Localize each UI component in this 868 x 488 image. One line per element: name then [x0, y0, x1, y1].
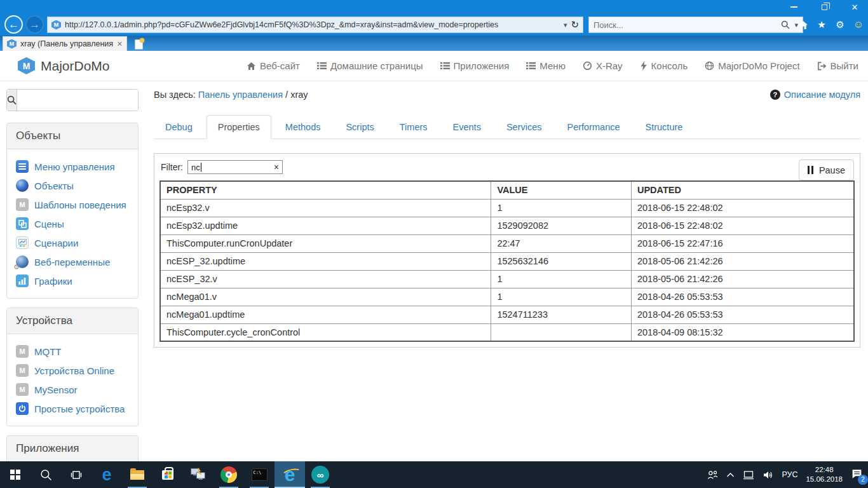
cell-updated: 2018-06-15 22:47:16: [631, 234, 854, 252]
text-cursor: [201, 163, 201, 172]
language-indicator[interactable]: РУС: [782, 470, 797, 479]
people-icon[interactable]: [707, 470, 718, 480]
sidebar-item-label: MySensor: [34, 384, 78, 395]
sidebar-item-mqtt[interactable]: M MQTT: [16, 342, 133, 361]
tab-structure[interactable]: Structure: [634, 115, 695, 139]
clock[interactable]: 22:48 15.06.2018: [806, 465, 843, 484]
cell-property: ncESP_32.v: [160, 270, 491, 288]
sidebar-item-label: Простые устройства: [34, 403, 125, 414]
sidebar-search-input[interactable]: [17, 90, 139, 111]
properties-table: PROPERTY VALUE UPDATED ncEsp32.v12018-06…: [159, 180, 855, 342]
question-icon: ?: [770, 90, 780, 100]
pause-button[interactable]: Pause: [799, 159, 854, 180]
column-header-property: PROPERTY: [160, 181, 491, 199]
sidebar-item-label: Графики: [34, 276, 72, 287]
sidebar-panel-devices: Устройства M MQTT M Устройства Online M …: [6, 308, 139, 426]
panel-title: Приложения: [7, 436, 138, 461]
brand[interactable]: M MajorDoMo: [18, 57, 110, 74]
nav-console[interactable]: Консоль: [640, 60, 688, 71]
tab-services[interactable]: Services: [495, 115, 553, 139]
start-button[interactable]: [0, 461, 31, 488]
sidebar-item-behavior-templates[interactable]: M Шаблоны поведения: [16, 195, 133, 214]
new-tab-button[interactable]: [130, 37, 147, 51]
url-text[interactable]: http://127.0.0.1/admin.php?pd=cGFuZWw6e2…: [65, 20, 560, 29]
nav-xray[interactable]: X-Ray: [583, 60, 623, 71]
sidebar-item-scenes[interactable]: Сцены: [16, 214, 133, 233]
close-button[interactable]: ✕: [848, 1, 862, 13]
filter-input[interactable]: nc ×: [187, 160, 283, 174]
nav-menu[interactable]: Меню: [526, 60, 566, 71]
favorites-star-icon[interactable]: ★: [816, 19, 827, 30]
minimize-button[interactable]: [787, 1, 801, 13]
sidebar-item-objects[interactable]: Объекты: [16, 176, 133, 195]
taskbar-search-button[interactable]: [31, 461, 61, 488]
taskbar-remote-app-button[interactable]: [183, 461, 214, 488]
sidebar-item-mysensor[interactable]: M MySensor: [16, 380, 133, 399]
tab-events[interactable]: Events: [442, 115, 492, 139]
tab-performance[interactable]: Performance: [556, 115, 632, 139]
taskbar-cmd-button[interactable]: C:\: [244, 461, 275, 488]
cell-value: 1524711233: [491, 306, 632, 323]
address-dropdown-icon[interactable]: ▾: [564, 21, 567, 29]
sidebar-item-control-menu[interactable]: Меню управления: [16, 157, 133, 176]
tab-timers[interactable]: Timers: [388, 115, 439, 139]
network-icon[interactable]: [743, 470, 754, 480]
taskbar-file-explorer-button[interactable]: [122, 461, 153, 488]
taskbar-chrome-button[interactable]: [214, 461, 244, 488]
tab-methods[interactable]: Methods: [274, 115, 332, 139]
sidebar-item-simple-devices[interactable]: Простые устройства: [16, 399, 133, 418]
browser-search-input[interactable]: [593, 20, 776, 30]
nav-majordomo-project[interactable]: MajorDoMo Project: [705, 60, 799, 71]
search-icon: [7, 95, 17, 105]
settings-gear-icon[interactable]: ⚙: [834, 19, 846, 30]
search-icon[interactable]: [781, 20, 790, 29]
volume-icon[interactable]: [763, 470, 773, 480]
clear-filter-icon[interactable]: ×: [274, 163, 279, 172]
browser-search-box[interactable]: ▾: [588, 17, 803, 33]
tab-debug[interactable]: Debug: [154, 115, 204, 139]
sidebar-search-button[interactable]: [7, 90, 17, 111]
sign-out-icon: [817, 62, 827, 71]
browser-action-icons: ★ ⚙ ☺: [797, 17, 864, 33]
tab-properties[interactable]: Properties: [207, 115, 271, 139]
address-bar[interactable]: M http://127.0.0.1/admin.php?pd=cGFuZWw6…: [47, 17, 583, 33]
sidebar-item-charts[interactable]: Графики: [16, 271, 133, 290]
home-icon[interactable]: [797, 19, 809, 30]
taskbar-internet-explorer-button[interactable]: e: [275, 461, 305, 488]
taskbar-edge-button[interactable]: e: [92, 461, 122, 488]
sidebar-item-web-variables[interactable]: ⚙ Веб-переменные: [16, 252, 133, 271]
tab-close-icon[interactable]: ✕: [117, 40, 123, 48]
nav-apps[interactable]: Приложения: [440, 60, 510, 71]
forward-button[interactable]: →: [25, 15, 44, 34]
nav-website[interactable]: Веб-сайт: [247, 60, 300, 71]
cell-property: ncMega01.v: [160, 288, 491, 306]
nav-label: Веб-сайт: [260, 60, 300, 71]
chrome-icon: [220, 466, 237, 483]
module-description-link[interactable]: ? Описание модуля: [770, 90, 860, 100]
restore-button[interactable]: [817, 1, 831, 13]
feedback-smiley-icon[interactable]: ☺: [853, 19, 864, 30]
sidebar-item-devices-online[interactable]: M Устройства Online: [16, 361, 133, 380]
breadcrumb-prefix: Вы здесь:: [154, 90, 196, 100]
tray-expand-chevron-icon[interactable]: [726, 472, 735, 478]
nav-label: Меню: [539, 60, 566, 71]
tab-favicon: M: [7, 39, 17, 49]
internet-explorer-icon: e: [285, 465, 295, 484]
taskbar-arduino-button[interactable]: ∞: [305, 461, 336, 488]
nav-logout[interactable]: Выйти: [817, 60, 858, 71]
tab-scripts[interactable]: Scripts: [334, 115, 385, 139]
task-view-button[interactable]: [61, 461, 92, 488]
breadcrumb-link-control-panel[interactable]: Панель управления: [198, 90, 283, 100]
bolt-icon: [640, 61, 648, 71]
browser-tab[interactable]: M xray (Панель управления) ✕: [3, 36, 127, 51]
back-button[interactable]: ←: [4, 15, 23, 34]
cell-updated: 2018-05-06 21:42:26: [631, 270, 854, 288]
cell-property: ncMega01.updtime: [160, 306, 491, 323]
nav-label: Домашние страницы: [330, 60, 423, 71]
bar-chart-icon: [16, 274, 29, 287]
refresh-icon[interactable]: ↻: [571, 19, 579, 30]
sidebar-item-scenarios[interactable]: Сценарии: [16, 233, 133, 252]
nav-home-pages[interactable]: Домашние страницы: [317, 60, 423, 71]
action-center-button[interactable]: 2: [851, 468, 863, 482]
taskbar-store-button[interactable]: [153, 461, 183, 488]
